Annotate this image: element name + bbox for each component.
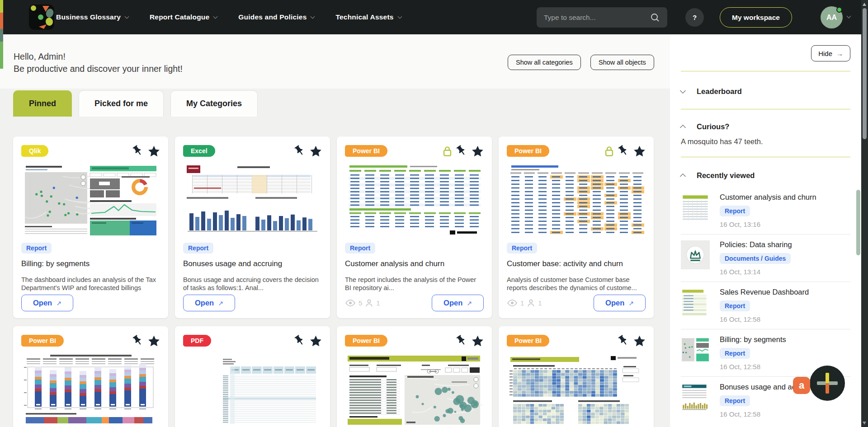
powerbi-customer-base-table <box>507 164 646 236</box>
chevron-down-icon <box>680 88 686 94</box>
help-button[interactable]: ? <box>685 8 704 27</box>
chevron-up-icon <box>680 174 686 179</box>
nav-menu-item-4[interactable]: Technical Assets <box>335 13 401 21</box>
asset-card[interactable]: Power BI <box>13 326 168 427</box>
open-button[interactable]: Open ↗ <box>21 295 73 311</box>
open-button[interactable]: Open ↗ <box>432 295 484 311</box>
star-icon[interactable] <box>472 335 484 347</box>
greeting-line1: Hello, Admin! <box>14 51 183 63</box>
home-tabs: PinnedPicked for meMy Categories <box>13 90 258 117</box>
item-timestamp: 16 Oct, 12:58 <box>720 315 760 323</box>
asset-title: Customer base: activity and churn <box>507 259 646 268</box>
chevron-down-icon <box>311 14 315 19</box>
asset-card[interactable]: Power BI Report Customer base: activity … <box>499 136 654 318</box>
pin-icon[interactable] <box>456 145 467 157</box>
item-title: Policies: Data sharing <box>720 240 792 249</box>
star-icon[interactable] <box>633 145 646 157</box>
tab-picked-for-me[interactable]: Picked for me <box>79 90 164 117</box>
mini-customer-table <box>681 193 710 222</box>
users-icon <box>365 299 373 307</box>
asset-card[interactable]: Power BI <box>337 326 492 427</box>
scroll-up-arrow[interactable] <box>863 3 866 6</box>
avatar[interactable]: AA <box>821 6 843 28</box>
add-button[interactable] <box>810 366 845 401</box>
source-type-badge: Power BI <box>345 145 387 157</box>
star-icon[interactable] <box>633 335 646 347</box>
divider <box>681 157 850 157</box>
recently-viewed-item[interactable]: Sales Revenue Dashboard Report 16 Oct, 1… <box>681 282 850 329</box>
star-icon[interactable] <box>310 335 322 347</box>
section-recently-viewed[interactable]: Recently viewed <box>681 170 850 181</box>
pin-icon[interactable] <box>132 145 144 157</box>
global-search[interactable] <box>537 7 667 28</box>
asset-card[interactable]: Qlik Report Billing: by segments The das… <box>13 136 168 318</box>
pin-icon[interactable] <box>294 145 306 157</box>
sidebar-scrollbar-thumb[interactable] <box>856 190 860 255</box>
page-scrollbar[interactable] <box>861 0 868 427</box>
scroll-down-arrow[interactable] <box>863 422 866 425</box>
chevron-down-icon <box>213 14 218 19</box>
external-link-icon: ↗ <box>467 300 472 307</box>
item-timestamp: 16 Oct, 12:58 <box>720 410 760 418</box>
star-icon[interactable] <box>472 145 484 157</box>
recently-viewed-item[interactable]: Policies: Data sharing Documents / Guide… <box>681 235 850 282</box>
nav-menu-item-3[interactable]: Guides and Policies <box>238 13 314 21</box>
open-button[interactable]: Open ↗ <box>183 295 235 311</box>
asset-card[interactable]: PDF <box>175 326 330 427</box>
qlik-events-dashboard <box>21 164 160 236</box>
assistant-badge[interactable]: a <box>793 377 810 394</box>
show-all-objects-button[interactable]: Show all objects <box>590 55 654 70</box>
powerbi-transactions-heatmaps <box>507 353 646 426</box>
tab-my-categories[interactable]: My Categories <box>170 90 258 117</box>
asset-description: Bonus usage and accruing covers the deci… <box>183 276 322 293</box>
divider <box>681 109 850 109</box>
asset-card[interactable]: Power BI <box>499 326 654 427</box>
hide-sidebar-button[interactable]: Hide → <box>811 45 850 61</box>
chevron-down-icon[interactable] <box>847 14 851 19</box>
nav-menu-item-2[interactable]: Report Catalogue <box>150 13 217 21</box>
asset-card[interactable]: Excel Report Bonuses usage and accruing … <box>175 136 330 318</box>
show-all-categories-button[interactable]: Show all categories <box>508 55 581 70</box>
divider <box>681 71 850 71</box>
mini-sales-sheet <box>681 288 710 317</box>
star-icon[interactable] <box>310 145 322 157</box>
star-icon[interactable] <box>148 335 160 347</box>
my-workspace-button[interactable]: My workspace <box>720 7 792 28</box>
lock-icon <box>605 145 613 157</box>
brand-edge-strip <box>0 0 3 69</box>
asset-card[interactable]: Power BI Report Customer analysis and ch… <box>337 136 492 318</box>
pin-icon[interactable] <box>618 335 629 347</box>
pin-icon[interactable] <box>456 335 467 347</box>
object-type-tag: Report <box>720 395 750 406</box>
asset-title: Bonuses usage and accruing <box>183 259 322 268</box>
section-curious[interactable]: Curious? <box>681 121 850 132</box>
pdf-data-table <box>183 353 322 426</box>
nav-menu-item-1[interactable]: Business Glossary <box>56 13 128 21</box>
brand-logo[interactable] <box>29 5 54 30</box>
pin-icon[interactable] <box>132 335 144 347</box>
item-timestamp: 16 Oct, 13:16 <box>720 221 760 228</box>
search-icon <box>650 13 660 23</box>
item-timestamp: 16 Oct, 13:14 <box>720 268 760 276</box>
mini-bonuses-report <box>681 383 710 412</box>
search-input[interactable] <box>544 14 650 22</box>
pin-icon[interactable] <box>618 145 629 157</box>
pin-icon[interactable] <box>294 335 306 347</box>
online-status-dot <box>836 7 842 13</box>
asset-title: Customer analysis and churn <box>345 259 484 268</box>
powerbi-customers-table <box>345 164 484 236</box>
scrollbar-thumb[interactable] <box>863 8 867 139</box>
external-link-icon: ↗ <box>628 300 634 307</box>
tab-pinned[interactable]: Pinned <box>13 90 72 117</box>
arrow-right-icon: → <box>836 50 843 57</box>
nav-menu: Business Glossary Report Catalogue Guide… <box>56 0 401 34</box>
section-leaderboard[interactable]: Leaderboard <box>681 86 850 97</box>
source-type-badge: Power BI <box>21 335 64 347</box>
mini-policies-crown <box>681 240 710 269</box>
open-button[interactable]: Open ↗ <box>594 295 646 311</box>
recently-viewed-item[interactable]: Customer analysis and churn Report 16 Oc… <box>681 187 850 235</box>
object-type-tag: Report <box>720 348 750 359</box>
star-icon[interactable] <box>148 145 160 157</box>
asset-description: The dashboard includes an analysis of th… <box>21 276 160 293</box>
source-type-badge: Power BI <box>507 335 549 347</box>
